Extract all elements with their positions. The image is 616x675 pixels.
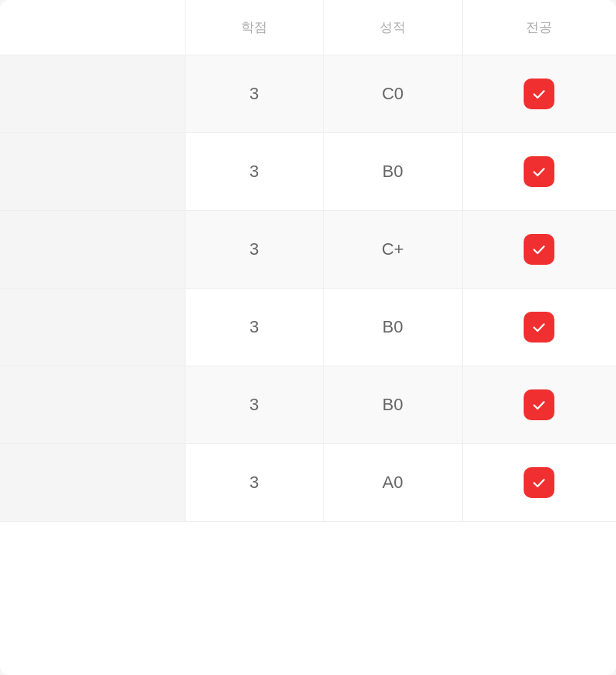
row-major [462, 211, 616, 289]
row-grade: B0 [323, 366, 462, 444]
row-empty-col [0, 444, 185, 522]
row-credits: 3 [185, 366, 323, 444]
row-empty-col [0, 211, 185, 289]
row-empty-col [0, 133, 185, 211]
row-grade: B0 [323, 289, 462, 366]
row-credits: 3 [185, 444, 323, 522]
grade-table-container: 학점 성적 전공 3C0 3B0 3C+ [0, 0, 616, 675]
row-major [462, 444, 616, 522]
header-credits: 학점 [185, 0, 323, 55]
row-credits: 3 [185, 211, 323, 289]
grade-table: 학점 성적 전공 3C0 3B0 3C+ [0, 0, 616, 522]
check-icon [524, 156, 554, 187]
check-icon [524, 312, 554, 343]
row-major [462, 289, 616, 366]
row-credits: 3 [185, 133, 323, 211]
table-row: 3B0 [0, 366, 616, 444]
table-row: 3A0 [0, 444, 616, 522]
row-major [462, 133, 616, 211]
row-grade: B0 [323, 133, 462, 211]
row-grade: A0 [323, 444, 462, 522]
row-empty-col [0, 366, 185, 444]
row-major [462, 366, 616, 444]
table-row: 3C+ [0, 211, 616, 289]
table-row: 3B0 [0, 133, 616, 211]
header-col1 [0, 0, 185, 55]
table-header-row: 학점 성적 전공 [0, 0, 616, 55]
row-credits: 3 [185, 55, 323, 133]
header-grade: 성적 [323, 0, 462, 55]
row-major [462, 55, 616, 133]
table-row: 3B0 [0, 289, 616, 366]
row-grade: C+ [323, 211, 462, 289]
table-row: 3C0 [0, 55, 616, 133]
row-grade: C0 [323, 55, 462, 133]
row-empty-col [0, 55, 185, 133]
check-icon [524, 79, 554, 109]
check-icon [524, 389, 554, 420]
row-empty-col [0, 289, 185, 366]
header-major: 전공 [462, 0, 616, 55]
row-credits: 3 [185, 289, 323, 366]
check-icon [524, 467, 554, 498]
check-icon [524, 234, 554, 265]
